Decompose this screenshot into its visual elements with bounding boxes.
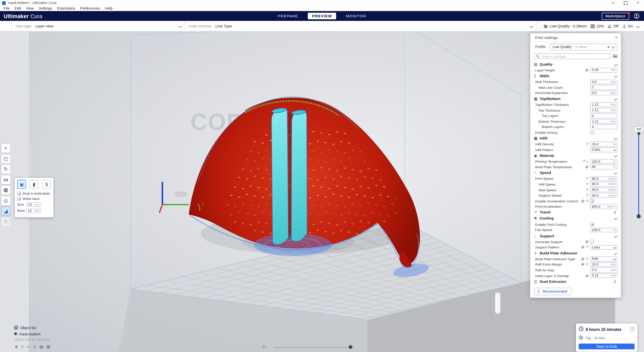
auxiliary-tool[interactable]: ⊓	[1, 217, 10, 226]
select-infill-pattern[interactable]: Cubic	[590, 147, 617, 152]
recommended-button[interactable]: Recommended	[534, 288, 571, 295]
input-printing-temperature[interactable]: 220.0°C	[590, 159, 617, 164]
input-wall-thickness[interactable]: 0.8mm	[590, 79, 617, 84]
tab-preview[interactable]: PREVIEW	[308, 13, 336, 19]
account-button[interactable]	[633, 13, 640, 19]
add-tube-icon[interactable]: ◇	[33, 344, 36, 349]
input-layer-height[interactable]: 0.28mm	[590, 68, 617, 72]
info-icon[interactable]	[630, 326, 634, 333]
category-material[interactable]: ◉Material	[530, 153, 621, 159]
save-to-disk-button[interactable]: Save to Disk	[579, 344, 634, 349]
revert-icon[interactable]: ↺	[586, 177, 589, 180]
input-top-thickness[interactable]: 1.12mm	[590, 108, 617, 113]
category-travel[interactable]: ↗Travel	[530, 209, 621, 215]
playback-track[interactable]	[273, 347, 352, 348]
menu-file[interactable]: File	[1, 6, 12, 10]
menu-edit[interactable]: Edit	[12, 6, 23, 10]
playback-handle[interactable]	[349, 345, 352, 349]
layer-slider-top-handle[interactable]	[637, 132, 640, 135]
input-support-speed[interactable]: 40.0mm/s	[590, 193, 617, 198]
select-build-plate-adhesion-type[interactable]: Raft	[590, 257, 617, 261]
cylinder-support-button[interactable]: ▮	[30, 180, 38, 189]
panel-close-icon[interactable]: ×	[615, 35, 618, 40]
checkbox-wider-base[interactable]	[17, 197, 21, 201]
input-print-acceleration[interactable]: 800.0mm/s²	[590, 204, 617, 209]
rotate-tool[interactable]: ↻	[1, 165, 10, 174]
input-raft-air-gap[interactable]: 0.3mm	[590, 268, 617, 273]
input-print-speed[interactable]: 80.0mm/s	[590, 177, 617, 181]
revert-icon[interactable]: ↺	[586, 257, 589, 260]
menu-preferences[interactable]: Preferences	[77, 6, 102, 10]
infill-summary[interactable]: 15%	[590, 24, 604, 28]
input-top-bottom-thickness[interactable]: 1.12mm	[590, 102, 617, 107]
input-infill-speed[interactable]: 80.0mm/s	[590, 182, 617, 187]
checkbox-enable-print-cooling[interactable]	[590, 223, 594, 226]
input-fan-speed[interactable]: 100.0%	[590, 228, 617, 232]
add-cylinder-icon[interactable]: ▱	[27, 344, 30, 349]
revert-icon[interactable]: ↺	[586, 263, 589, 266]
marketplace-button[interactable]: Marketplace	[602, 13, 629, 20]
input-size[interactable]: 10mm	[26, 202, 41, 207]
revert-icon[interactable]: ↺	[586, 188, 589, 192]
category-infill[interactable]: ▩Infill	[530, 135, 621, 141]
profile-summary[interactable]: Low Quality - 0.28mm	[544, 24, 587, 29]
input-wall-speed[interactable]: 40.0mm/s	[590, 188, 617, 192]
move-tool[interactable]: ⌖	[1, 144, 10, 153]
input-top-layers[interactable]: 4	[590, 113, 617, 118]
revert-icon[interactable]: ↺	[586, 194, 589, 197]
mesh-tools-icon[interactable]: ▥	[47, 344, 50, 349]
star-icon[interactable]: ★	[607, 45, 610, 49]
custom-supports-tool[interactable]: ◢	[1, 206, 10, 215]
cube-support-button[interactable]: ▣	[17, 180, 26, 189]
custom-support-button[interactable]: $	[42, 180, 51, 189]
input-raft-extra-margin[interactable]: 10.0mm	[590, 262, 617, 267]
select-support-pattern[interactable]: Lines	[590, 245, 617, 250]
menu-settings[interactable]: Settings	[36, 6, 55, 10]
object-list-header[interactable]: Object list	[14, 326, 50, 331]
input-base[interactable]: 12mm	[26, 208, 41, 213]
category-support[interactable]: ⌂Support	[530, 233, 621, 239]
category-quality[interactable]: ▤Quality	[530, 61, 621, 67]
category-cooling[interactable]: ✻Cooling	[530, 215, 621, 222]
revert-icon[interactable]: ↺	[586, 183, 589, 186]
close-button[interactable]: ×	[632, 0, 644, 6]
add-sphere-icon[interactable]: ⊕	[15, 344, 18, 349]
scale-tool[interactable]: ◰	[1, 154, 10, 163]
checkbox-generate-support[interactable]	[590, 240, 594, 244]
calibration-shape-icon[interactable]: ▤	[39, 344, 43, 349]
support-blocker-tool[interactable]: ◎	[1, 196, 10, 205]
input-horizontal-expansion[interactable]: 0.0mm	[590, 91, 617, 95]
mirror-tool[interactable]: ⋈	[1, 175, 10, 184]
adhesion-summary[interactable]: On	[622, 24, 633, 28]
menu-extensions[interactable]: Extensions	[55, 6, 77, 10]
view-type-dropdown[interactable]: View type Layer view	[12, 21, 185, 31]
menu-view[interactable]: View	[23, 6, 36, 10]
input-bottom-thickness[interactable]: 1.12mm	[590, 119, 617, 124]
print-setup-summary[interactable]: Low Quality - 0.28mm15%OffOn	[540, 21, 642, 31]
category-dual-extrusion[interactable]: ◫Dual Extrusion	[530, 278, 621, 284]
category-walls[interactable]: ▯Walls	[530, 73, 621, 79]
checkbox-enable-ironing[interactable]	[590, 130, 594, 134]
play-button[interactable]: ▷	[263, 344, 266, 349]
add-cube-icon[interactable]: □	[21, 344, 24, 349]
support-summary[interactable]: Off	[608, 24, 618, 28]
minimize-button[interactable]	[607, 0, 619, 6]
search-settings-input[interactable]	[541, 54, 608, 59]
layer-slider-track[interactable]	[638, 133, 639, 218]
profile-dropdown[interactable]: Low Quality - 0.28mm ★	[550, 43, 617, 50]
checkbox-drop-to-build-plate[interactable]	[17, 192, 21, 195]
tab-monitor[interactable]: MONITOR	[342, 13, 370, 19]
input-bottom-layers[interactable]: 4	[590, 124, 617, 129]
menu-help[interactable]: Help	[102, 6, 115, 10]
input-infill-density[interactable]: 15.0%	[590, 142, 617, 147]
settings-menu-icon[interactable]	[613, 55, 617, 58]
revert-icon[interactable]: ↺	[586, 199, 589, 203]
maximize-button[interactable]	[619, 0, 632, 6]
color-scheme-dropdown[interactable]: Color scheme Line Type	[185, 21, 536, 31]
input-wall-line-count[interactable]: 2	[590, 85, 617, 90]
checkbox-enable-acceleration-control[interactable]	[590, 199, 594, 203]
layer-slider-bottom-handle[interactable]	[637, 214, 641, 218]
revert-icon[interactable]: ↺	[586, 246, 589, 249]
revert-icon[interactable]: ↺	[582, 160, 585, 163]
category-top-bottom[interactable]: ▦Top/Bottom	[530, 96, 621, 102]
